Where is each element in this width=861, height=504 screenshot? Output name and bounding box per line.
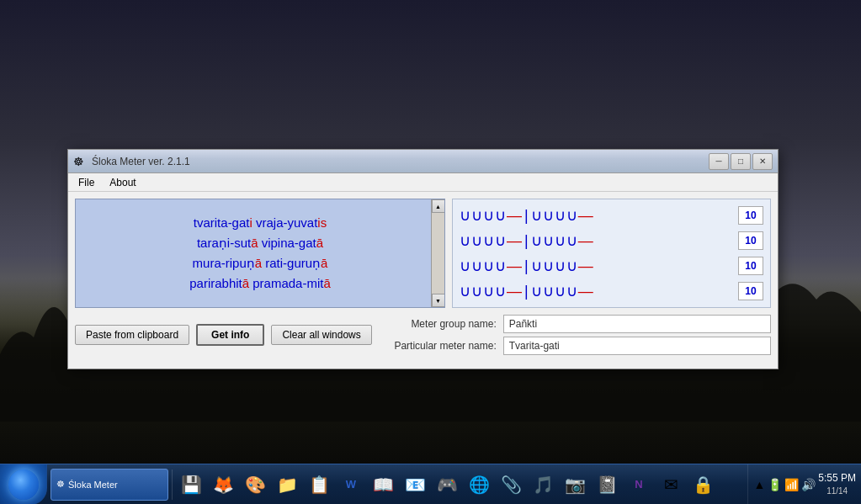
- text-line-4: parirabhitā pramada-mitā: [189, 273, 331, 294]
- taskbar-window-label: Śloka Meter: [68, 480, 118, 490]
- window-titlebar: ☸ Śloka Meter ver. 2.1.1 ─ □ ✕: [68, 150, 778, 173]
- minimize-button[interactable]: ─: [709, 153, 729, 170]
- paste-from-clipboard-button[interactable]: Paste from clipboard: [75, 325, 189, 345]
- meter-pattern-area: ∪∪∪∪— | ∪∪∪∪— 10 ∪∪∪∪— | ∪∪∪∪— 10: [452, 199, 771, 308]
- scroll-down-button[interactable]: ▼: [432, 294, 445, 307]
- close-button[interactable]: ✕: [752, 153, 773, 170]
- meter-number-4[interactable]: 10: [738, 282, 763, 300]
- meter-pattern-symbols-4: ∪∪∪∪— | ∪∪∪∪—: [460, 282, 594, 300]
- content-area: tvarita-gati vraja-yuvatis taraṇi-sutā v…: [75, 199, 771, 308]
- window-controls: ─ □ ✕: [709, 153, 773, 170]
- taskbar-items: ☸ Śloka Meter 💾 🦊 🎨 📁 📋 W 📖 📧 🎮 🌐 📎 🎵 📷 …: [47, 464, 747, 504]
- taskbar-icon-notebook[interactable]: 📓: [592, 470, 622, 500]
- text-part: ā: [321, 256, 327, 270]
- taskbar-icon-firefox[interactable]: 🦊: [208, 470, 238, 500]
- text-line-3: mura-ripuṇā rati-guruṇā: [193, 253, 328, 273]
- meter-info-panel: Meter group name: Pañkti Particular mete…: [379, 315, 771, 355]
- maximize-button[interactable]: □: [731, 153, 751, 170]
- buttons-row: Paste from clipboard Get info Clear all …: [75, 315, 771, 355]
- meter-group-row: Meter group name: Pañkti: [379, 315, 771, 333]
- menubar: File About: [68, 173, 778, 192]
- menu-file[interactable]: File: [72, 175, 101, 190]
- text-part: mura-ripuṇ: [193, 256, 255, 270]
- taskbar-time: 5:55 PM 11/14: [818, 472, 856, 496]
- particular-meter-value: Tvarita-gati: [503, 337, 771, 355]
- taskbar-icon-browser[interactable]: 🌐: [464, 470, 494, 500]
- text-display-area: tvarita-gati vraja-yuvatis taraṇi-sutā v…: [75, 199, 445, 308]
- taskbar-icon-save[interactable]: 💾: [176, 470, 206, 500]
- text-part: pramada-mit: [249, 276, 323, 290]
- taskbar-icon-mail[interactable]: 📧: [400, 470, 430, 500]
- text-part: vraja-yuvat: [252, 215, 318, 230]
- meter-row-2: ∪∪∪∪— | ∪∪∪∪— 10: [460, 231, 763, 250]
- particular-meter-label: Particular meter name:: [379, 340, 497, 352]
- taskbar-icon-photo[interactable]: 📷: [560, 470, 590, 500]
- text-part: taraṇi-sut: [197, 236, 251, 250]
- taskbar-separator: [172, 470, 173, 500]
- menu-about[interactable]: About: [103, 175, 142, 190]
- text-scrollbar[interactable]: ▲ ▼: [431, 199, 444, 307]
- window-body: tvarita-gati vraja-yuvatis taraṇi-sutā v…: [68, 192, 778, 369]
- taskbar-icon-paint[interactable]: 🎨: [240, 470, 270, 500]
- taskbar-window-icon: ☸: [56, 479, 65, 490]
- text-part: vipina-gat: [258, 236, 316, 250]
- particular-meter-row: Particular meter name: Tvarita-gati: [379, 337, 771, 355]
- start-button[interactable]: [0, 464, 47, 505]
- meter-number-2[interactable]: 10: [738, 231, 763, 250]
- meter-pattern-symbols-1: ∪∪∪∪— | ∪∪∪∪—: [460, 206, 594, 225]
- taskbar-icon-onenote[interactable]: N: [624, 470, 654, 500]
- taskbar-icon-folder[interactable]: 📁: [272, 470, 302, 500]
- taskbar-active-window[interactable]: ☸ Śloka Meter: [50, 469, 168, 501]
- text-part: ā: [255, 256, 262, 270]
- text-part: ā: [242, 276, 249, 290]
- meter-row-3: ∪∪∪∪— | ∪∪∪∪— 10: [460, 257, 763, 275]
- taskbar-icon-game[interactable]: 🎮: [432, 470, 462, 500]
- notify-battery-icon: 🔋: [768, 478, 782, 491]
- meter-pattern-symbols-3: ∪∪∪∪— | ∪∪∪∪—: [460, 257, 594, 275]
- taskbar-icon-envelope[interactable]: ✉: [656, 470, 686, 500]
- text-part: rati-guruṇ: [262, 256, 321, 270]
- notify-volume-icon[interactable]: 🔊: [801, 478, 816, 491]
- taskbar-icon-clip[interactable]: 📎: [496, 470, 526, 500]
- text-part: ā: [323, 276, 330, 290]
- text-line-1: tvarita-gati vraja-yuvatis: [194, 213, 327, 233]
- taskbar-icon-music[interactable]: 🎵: [528, 470, 558, 500]
- taskbar: ☸ Śloka Meter 💾 🦊 🎨 📁 📋 W 📖 📧 🎮 🌐 📎 🎵 📷 …: [0, 464, 861, 504]
- meter-group-label: Meter group name:: [379, 318, 497, 330]
- get-info-button[interactable]: Get info: [196, 324, 264, 346]
- meter-pattern-symbols-2: ∪∪∪∪— | ∪∪∪∪—: [460, 231, 594, 250]
- text-part: tvarita-gat: [194, 215, 250, 230]
- notification-area: ▲ 🔋 📶 🔊 5:55 PM 11/14: [747, 464, 861, 504]
- notify-expand-icon[interactable]: ▲: [753, 478, 765, 491]
- start-orb: [8, 470, 39, 500]
- meter-row-4: ∪∪∪∪— | ∪∪∪∪— 10: [460, 282, 763, 300]
- meter-row-1: ∪∪∪∪— | ∪∪∪∪— 10: [460, 206, 763, 225]
- scroll-up-button[interactable]: ▲: [432, 199, 445, 213]
- text-part: ā: [316, 236, 323, 250]
- text-line-2: taraṇi-sutā vipina-gatā: [197, 233, 323, 253]
- meter-number-1[interactable]: 10: [738, 206, 763, 225]
- text-part: parirabhit: [189, 276, 242, 290]
- notify-network-icon: 📶: [784, 478, 799, 491]
- taskbar-icon-word[interactable]: W: [336, 470, 366, 500]
- app-icon: ☸: [73, 155, 87, 168]
- clear-all-windows-button[interactable]: Clear all windows: [271, 325, 371, 345]
- taskbar-icon-reader[interactable]: 📖: [368, 470, 398, 500]
- meter-group-value: Pañkti: [503, 315, 771, 333]
- window-title: Śloka Meter ver. 2.1.1: [92, 156, 709, 167]
- app-window: ☸ Śloka Meter ver. 2.1.1 ─ □ ✕ File Abou…: [67, 149, 779, 369]
- taskbar-icon-lock[interactable]: 🔒: [688, 470, 718, 500]
- meter-number-3[interactable]: 10: [738, 257, 763, 275]
- taskbar-icon-notes[interactable]: 📋: [304, 470, 334, 500]
- text-part: is: [317, 215, 327, 230]
